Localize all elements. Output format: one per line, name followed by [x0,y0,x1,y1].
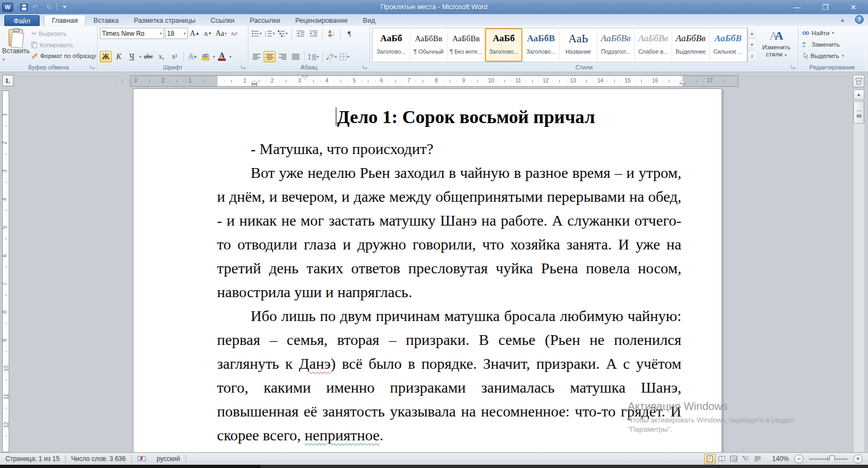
left-indent-marker[interactable] [252,84,257,87]
zoom-out-button[interactable]: − [794,454,803,464]
select-button[interactable]: Выделить▾ [801,52,864,60]
tab-selector[interactable]: L [2,75,14,86]
word-count-indicator[interactable]: Число слов: 3 636 [66,453,131,465]
tab-главная[interactable]: Главная [44,15,86,26]
borders-button[interactable]: ▾ [339,51,350,62]
style-gallery-item[interactable]: АаБб Заголово... [485,28,522,62]
decrease-indent-button[interactable] [295,28,307,39]
cut-button[interactable]: ✂ Вырезать [30,29,98,38]
zoom-in-button[interactable]: + [853,454,863,464]
style-gallery-item[interactable]: АаЬ Название [560,28,597,62]
vertical-ruler[interactable]: 123456789101112 [2,91,9,452]
change-styles-button[interactable]: АА Изменить стили ▾ [759,28,794,62]
sort-button[interactable]: АЯ↓ [326,28,337,39]
format-painter-button[interactable]: Формат по образцу [30,52,98,60]
collapse-ribbon-button[interactable]: ▲ [840,17,845,23]
tab-вид[interactable]: Вид [355,15,383,26]
clear-formatting-button[interactable]: Aa [228,28,240,39]
align-center-button[interactable] [264,51,276,62]
tab-file[interactable]: Файл [4,15,40,26]
scrollbar-thumb[interactable] [853,101,864,124]
font-color-dropdown[interactable]: ▾ [229,55,232,59]
view-ruler-toggle-button[interactable] [853,75,864,87]
paragraph[interactable]: Вот уже неделю Рьен заходил в чайную в р… [217,161,681,304]
increase-indent-button[interactable] [308,28,320,39]
subscript-button[interactable]: x₂ [156,51,168,62]
copy-button[interactable]: Копировать [30,41,98,49]
style-gallery-item[interactable]: АаБбВв Выделение [672,28,710,62]
align-right-button[interactable] [277,51,289,62]
web-layout-view-button[interactable] [728,454,739,464]
document-heading[interactable]: Дело 1: Сорок восьмой причал [217,104,681,130]
clipboard-dialog-launcher[interactable] [90,64,95,70]
vertical-scrollbar[interactable]: ▲ [853,89,864,452]
style-gallery-item[interactable]: АаБбВв ¶ Без инте... [448,28,485,62]
draft-view-button[interactable] [752,454,763,464]
font-size-combobox[interactable]: 18 ▾ [165,28,188,39]
zoom-level-label[interactable]: 140% [772,455,789,463]
tab-разметка-страницы[interactable]: Разметка страницы [126,15,203,26]
style-gallery-item[interactable]: АаБбВ Заголово... [522,28,560,62]
style-gallery-item[interactable]: АаБбВв Слабое в... [635,28,672,62]
underline-dropdown[interactable]: ▾ [139,55,142,59]
highlight-color-button[interactable]: ab [200,51,212,62]
gallery-scroll-up[interactable]: ▲ [748,28,756,39]
paste-button[interactable]: Вставить▾ [2,28,30,62]
gallery-expand[interactable]: ⊻ [748,51,756,62]
styles-dialog-launcher[interactable] [790,64,796,70]
style-gallery-item[interactable]: АаБбВв ¶ Обычный [410,28,448,62]
font-dialog-launcher[interactable] [240,64,246,70]
misspelled-word[interactable]: Данэ [299,355,331,372]
replace-button[interactable]: ab ac Заменить [801,41,864,48]
tab-рассылки[interactable]: Рассылки [242,15,288,26]
highlight-dropdown[interactable]: ▾ [213,55,215,59]
align-left-button[interactable] [251,51,263,62]
print-layout-view-button[interactable] [704,454,716,464]
justify-button[interactable] [290,51,302,62]
full-screen-reading-view-button[interactable] [716,454,727,464]
style-gallery-item[interactable]: АаБбВ Сильное ... [710,28,747,62]
shrink-font-button[interactable]: А▼ [202,28,214,39]
style-gallery-item[interactable]: АаБбВв Подзагол... [597,28,635,62]
paragraph[interactable]: Ибо лишь по двум причинам матушка бросал… [217,304,681,447]
line-spacing-button[interactable]: ▾ [308,51,320,62]
text-effects-button[interactable]: А▾ [187,51,199,62]
underline-button[interactable]: Ч [126,51,138,62]
document-body[interactable]: - Матушка, что происходит?Вот уже неделю… [217,137,681,452]
tab-ссылки[interactable]: Ссылки [203,15,242,26]
style-gallery-item[interactable]: АаБб Заголово... [373,28,410,62]
paragraph-dialog-launcher[interactable] [362,64,368,70]
superscript-button[interactable]: x² [169,51,181,62]
outline-view-button[interactable] [740,454,751,464]
strikethrough-button[interactable]: abc [143,51,155,62]
zoom-slider-thumb[interactable] [829,456,835,463]
horizontal-ruler[interactable]: 1234567891011121314151612317 [130,75,738,87]
scroll-up-button[interactable]: ▲ [853,89,864,100]
language-indicator[interactable]: русский [151,453,186,465]
font-color-button[interactable]: А [216,51,228,62]
proofing-status-button[interactable]: ✗ [132,453,151,465]
help-button[interactable]: ? [855,15,864,24]
multilevel-list-button[interactable]: ▾ [277,28,289,39]
gallery-scroll-down[interactable]: ▼ [748,39,756,50]
minimize-button[interactable]: — [790,3,804,11]
paragraph[interactable]: Взвесив всё «за» и «против», Рьен пошёл … [217,447,681,452]
paragraph[interactable]: - Матушка, что происходит? [217,137,681,161]
bold-button[interactable]: Ж [100,51,112,62]
shading-button[interactable]: ▾ [326,51,337,62]
grammar-flagged-word[interactable]: неприятное [305,427,380,444]
close-button[interactable]: ✕ [846,3,860,11]
document-page[interactable]: Дело 1: Сорок восьмой причал - Матушка, … [133,88,722,452]
change-case-button[interactable]: Аа▾ [215,28,227,39]
bullets-button[interactable]: ▾ [251,28,263,39]
font-name-combobox[interactable]: Times New Ro ▾ [100,28,164,39]
zoom-slider[interactable] [809,458,848,460]
find-button[interactable]: Найти▾ [801,29,864,37]
tab-рецензирование[interactable]: Рецензирование [288,15,355,26]
show-paragraph-marks-button[interactable]: ¶ [343,28,355,39]
grow-font-button[interactable]: А▲ [189,28,201,39]
page-number-indicator[interactable]: Страница: 1 из 15 [0,453,65,465]
restore-button[interactable]: ❐ [818,3,832,11]
italic-button[interactable]: K [113,51,125,62]
numbering-button[interactable]: 123 ▾ [264,28,276,39]
